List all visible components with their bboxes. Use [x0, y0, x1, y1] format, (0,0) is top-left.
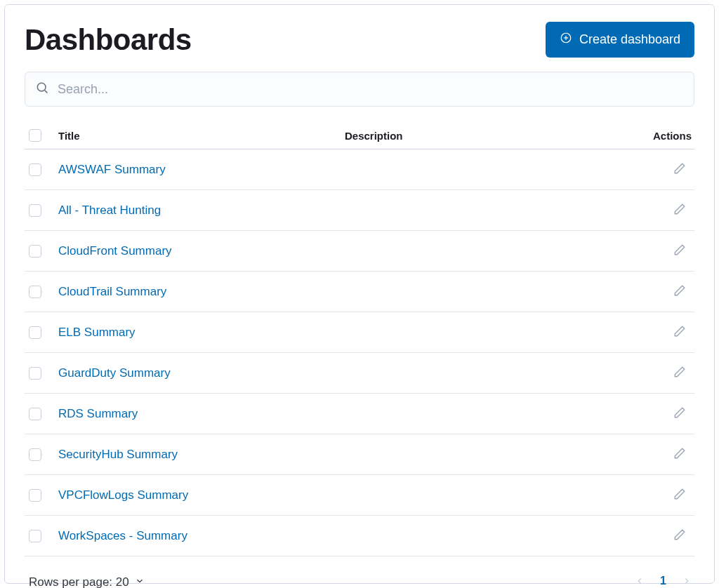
- pencil-icon: [673, 243, 686, 258]
- row-checkbox-cell: [25, 286, 58, 298]
- pencil-icon: [673, 528, 686, 543]
- select-all-checkbox[interactable]: [29, 129, 41, 142]
- header-row: Dashboards Create dashboard: [25, 22, 694, 58]
- row-actions-cell: [631, 363, 694, 383]
- row-checkbox[interactable]: [29, 204, 41, 217]
- pagination: 1: [632, 573, 694, 588]
- edit-button[interactable]: [671, 322, 689, 342]
- create-dashboard-label: Create dashboard: [579, 32, 680, 47]
- pagination-page-1[interactable]: 1: [657, 575, 669, 589]
- rows-per-page-selector[interactable]: Rows per page: 20: [29, 575, 145, 589]
- create-dashboard-button[interactable]: Create dashboard: [546, 22, 694, 58]
- row-actions-cell: [631, 526, 694, 546]
- table-row: CloudTrail Summary: [25, 272, 694, 312]
- search-input[interactable]: [58, 82, 684, 97]
- row-actions-cell: [631, 281, 694, 302]
- row-title-cell: AWSWAF Summary: [58, 163, 345, 177]
- row-checkbox[interactable]: [29, 530, 41, 542]
- dashboard-link[interactable]: VPCFlowLogs Summary: [58, 488, 188, 502]
- edit-button[interactable]: [671, 444, 689, 465]
- pencil-icon: [673, 488, 686, 502]
- dashboards-panel: Dashboards Create dashboard: [4, 4, 715, 584]
- row-checkbox[interactable]: [29, 326, 41, 339]
- column-header-description[interactable]: Description: [345, 130, 631, 142]
- row-checkbox-cell: [25, 530, 58, 542]
- row-checkbox[interactable]: [29, 408, 41, 420]
- pencil-icon: [673, 325, 686, 340]
- table-header-row: Title Description Actions: [25, 125, 694, 149]
- table-row: All - Threat Hunting: [25, 190, 694, 231]
- table-body: AWSWAF SummaryAll - Threat HuntingCloudF…: [25, 149, 694, 556]
- row-title-cell: RDS Summary: [58, 407, 345, 421]
- plus-circle-icon: [560, 32, 572, 48]
- edit-button[interactable]: [671, 281, 689, 302]
- search-icon: [35, 81, 49, 98]
- table-row: AWSWAF Summary: [25, 149, 694, 190]
- row-checkbox-cell: [25, 326, 58, 339]
- row-checkbox[interactable]: [29, 286, 41, 298]
- pencil-icon: [673, 162, 686, 177]
- pencil-icon: [673, 447, 686, 462]
- pencil-icon: [673, 366, 686, 380]
- svg-line-4: [45, 91, 48, 93]
- dashboard-link[interactable]: AWSWAF Summary: [58, 163, 166, 176]
- rows-per-page-label: Rows per page: 20: [29, 575, 129, 589]
- row-title-cell: ELB Summary: [58, 326, 345, 340]
- row-checkbox[interactable]: [29, 448, 41, 461]
- table-row: GuardDuty Summary: [25, 353, 694, 394]
- pencil-icon: [673, 406, 686, 421]
- row-checkbox-cell: [25, 367, 58, 380]
- row-checkbox-cell: [25, 408, 58, 420]
- chevron-left-icon: [635, 576, 645, 588]
- dashboard-link[interactable]: RDS Summary: [58, 407, 138, 420]
- pagination-next-button[interactable]: [679, 573, 694, 588]
- table-row: ELB Summary: [25, 312, 694, 353]
- dashboard-link[interactable]: GuardDuty Summary: [58, 366, 171, 380]
- table-footer: Rows per page: 20 1: [25, 573, 694, 588]
- column-header-title[interactable]: Title: [58, 130, 345, 142]
- dashboard-link[interactable]: All - Threat Hunting: [58, 203, 161, 217]
- row-actions-cell: [631, 200, 694, 220]
- column-header-actions: Actions: [631, 130, 694, 142]
- table-row: CloudFront Summary: [25, 231, 694, 272]
- pencil-icon: [673, 203, 686, 218]
- chevron-right-icon: [682, 576, 692, 588]
- pencil-icon: [673, 284, 686, 299]
- chevron-down-icon: [135, 575, 145, 589]
- row-checkbox[interactable]: [29, 367, 41, 380]
- table-row: RDS Summary: [25, 394, 694, 434]
- row-checkbox-cell: [25, 204, 58, 217]
- row-title-cell: GuardDuty Summary: [58, 366, 345, 380]
- select-all-cell: [25, 129, 58, 142]
- edit-button[interactable]: [671, 363, 689, 383]
- dashboards-table: Title Description Actions AWSWAF Summary…: [25, 125, 694, 556]
- dashboard-link[interactable]: CloudTrail Summary: [58, 285, 166, 298]
- edit-button[interactable]: [671, 526, 689, 546]
- row-checkbox-cell: [25, 448, 58, 461]
- edit-button[interactable]: [671, 200, 689, 220]
- search-bar[interactable]: [25, 72, 694, 107]
- row-title-cell: SecurityHub Summary: [58, 448, 345, 462]
- edit-button[interactable]: [671, 403, 689, 424]
- row-checkbox-cell: [25, 245, 58, 258]
- row-title-cell: CloudFront Summary: [58, 244, 345, 258]
- row-title-cell: WorkSpaces - Summary: [58, 529, 345, 543]
- row-actions-cell: [631, 241, 694, 261]
- dashboard-link[interactable]: CloudFront Summary: [58, 244, 172, 258]
- row-checkbox-cell: [25, 489, 58, 502]
- edit-button[interactable]: [671, 159, 689, 180]
- row-title-cell: CloudTrail Summary: [58, 285, 345, 299]
- dashboard-link[interactable]: SecurityHub Summary: [58, 448, 178, 461]
- page-title: Dashboards: [25, 23, 192, 57]
- row-actions-cell: [631, 485, 694, 505]
- row-checkbox[interactable]: [29, 489, 41, 502]
- row-checkbox[interactable]: [29, 245, 41, 258]
- svg-point-3: [37, 83, 46, 91]
- dashboard-link[interactable]: ELB Summary: [58, 326, 136, 339]
- table-row: VPCFlowLogs Summary: [25, 475, 694, 516]
- dashboard-link[interactable]: WorkSpaces - Summary: [58, 529, 187, 542]
- edit-button[interactable]: [671, 485, 689, 505]
- row-checkbox[interactable]: [29, 163, 41, 176]
- edit-button[interactable]: [671, 241, 689, 261]
- pagination-prev-button[interactable]: [632, 573, 647, 588]
